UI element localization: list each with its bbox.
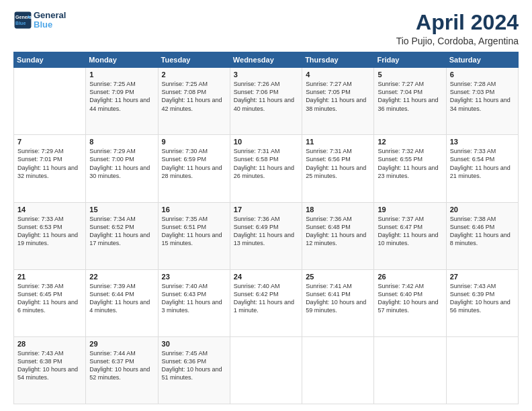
day-number: 13 — [450, 138, 515, 146]
day-number: 3 — [234, 71, 298, 79]
day-info: Sunrise: 7:25 AMSunset: 7:08 PMDaylight:… — [162, 80, 226, 113]
day-cell: 22Sunrise: 7:39 AMSunset: 6:44 PMDayligh… — [86, 269, 158, 336]
day-number: 15 — [89, 205, 154, 214]
day-info: Sunrise: 7:40 AMSunset: 6:42 PMDaylight:… — [234, 282, 298, 315]
day-cell: 11Sunrise: 7:31 AMSunset: 6:56 PMDayligh… — [302, 135, 374, 202]
day-cell: 6Sunrise: 7:28 AMSunset: 7:03 PMDaylight… — [446, 68, 518, 135]
header-cell-tuesday: Tuesday — [158, 52, 230, 68]
day-info: Sunrise: 7:26 AMSunset: 7:06 PMDaylight:… — [234, 80, 298, 113]
day-info: Sunrise: 7:29 AMSunset: 7:01 PMDaylight:… — [17, 147, 82, 180]
week-row-1: 1Sunrise: 7:25 AMSunset: 7:09 PMDaylight… — [14, 68, 519, 135]
header: General Blue General Blue April 2024 Tio… — [13, 11, 519, 46]
day-cell: 13Sunrise: 7:33 AMSunset: 6:54 PMDayligh… — [446, 135, 518, 202]
day-cell: 18Sunrise: 7:36 AMSunset: 6:48 PMDayligh… — [302, 202, 374, 269]
day-cell: 16Sunrise: 7:35 AMSunset: 6:51 PMDayligh… — [158, 202, 230, 269]
month-title: April 2024 — [396, 11, 519, 34]
week-row-4: 21Sunrise: 7:38 AMSunset: 6:45 PMDayligh… — [14, 269, 519, 336]
day-number: 1 — [89, 71, 154, 79]
subtitle: Tio Pujio, Cordoba, Argentina — [396, 36, 519, 46]
day-number: 7 — [17, 138, 82, 146]
day-info: Sunrise: 7:27 AMSunset: 7:05 PMDaylight:… — [306, 80, 370, 113]
logo-text: General Blue — [34, 11, 66, 30]
day-info: Sunrise: 7:37 AMSunset: 6:47 PMDaylight:… — [378, 215, 442, 248]
day-number: 20 — [450, 205, 515, 214]
day-number: 16 — [162, 205, 226, 214]
day-cell: 9Sunrise: 7:30 AMSunset: 6:59 PMDaylight… — [158, 135, 230, 202]
day-number: 25 — [306, 273, 370, 281]
header-cell-thursday: Thursday — [302, 52, 374, 68]
header-cell-wednesday: Wednesday — [230, 52, 302, 68]
day-cell: 27Sunrise: 7:43 AMSunset: 6:39 PMDayligh… — [446, 269, 518, 336]
day-cell — [374, 336, 446, 404]
svg-rect-0 — [15, 12, 32, 29]
day-cell: 10Sunrise: 7:31 AMSunset: 6:58 PMDayligh… — [230, 135, 302, 202]
header-cell-saturday: Saturday — [446, 52, 518, 68]
week-row-2: 7Sunrise: 7:29 AMSunset: 7:01 PMDaylight… — [14, 135, 519, 202]
day-cell: 2Sunrise: 7:25 AMSunset: 7:08 PMDaylight… — [158, 68, 230, 135]
day-info: Sunrise: 7:38 AMSunset: 6:45 PMDaylight:… — [17, 282, 82, 315]
day-number: 10 — [234, 138, 298, 146]
day-info: Sunrise: 7:25 AMSunset: 7:09 PMDaylight:… — [89, 80, 154, 113]
day-info: Sunrise: 7:28 AMSunset: 7:03 PMDaylight:… — [450, 80, 515, 113]
logo: General Blue General Blue — [13, 11, 66, 30]
day-cell: 12Sunrise: 7:32 AMSunset: 6:55 PMDayligh… — [374, 135, 446, 202]
day-info: Sunrise: 7:36 AMSunset: 6:49 PMDaylight:… — [234, 215, 298, 248]
day-cell: 3Sunrise: 7:26 AMSunset: 7:06 PMDaylight… — [230, 68, 302, 135]
day-cell: 17Sunrise: 7:36 AMSunset: 6:49 PMDayligh… — [230, 202, 302, 269]
day-info: Sunrise: 7:35 AMSunset: 6:51 PMDaylight:… — [162, 215, 226, 248]
logo-line2: Blue — [34, 20, 66, 30]
calendar-table: SundayMondayTuesdayWednesdayThursdayFrid… — [13, 52, 519, 404]
day-number: 18 — [306, 205, 370, 214]
day-number: 27 — [450, 273, 515, 281]
day-number: 17 — [234, 205, 298, 214]
day-number: 4 — [306, 71, 370, 79]
day-number: 29 — [89, 340, 154, 348]
day-info: Sunrise: 7:32 AMSunset: 6:55 PMDaylight:… — [378, 147, 442, 180]
day-info: Sunrise: 7:39 AMSunset: 6:44 PMDaylight:… — [89, 282, 154, 315]
day-cell: 15Sunrise: 7:34 AMSunset: 6:52 PMDayligh… — [86, 202, 158, 269]
day-cell: 5Sunrise: 7:27 AMSunset: 7:04 PMDaylight… — [374, 68, 446, 135]
header-cell-monday: Monday — [86, 52, 158, 68]
day-info: Sunrise: 7:43 AMSunset: 6:39 PMDaylight:… — [450, 282, 515, 315]
page: General Blue General Blue April 2024 Tio… — [0, 0, 532, 411]
day-cell: 14Sunrise: 7:33 AMSunset: 6:53 PMDayligh… — [14, 202, 86, 269]
day-info: Sunrise: 7:42 AMSunset: 6:40 PMDaylight:… — [378, 282, 442, 315]
day-cell: 8Sunrise: 7:29 AMSunset: 7:00 PMDaylight… — [86, 135, 158, 202]
day-number: 5 — [378, 71, 442, 79]
week-row-5: 28Sunrise: 7:43 AMSunset: 6:38 PMDayligh… — [14, 336, 519, 404]
day-cell: 25Sunrise: 7:41 AMSunset: 6:41 PMDayligh… — [302, 269, 374, 336]
day-cell: 1Sunrise: 7:25 AMSunset: 7:09 PMDaylight… — [86, 68, 158, 135]
day-info: Sunrise: 7:31 AMSunset: 6:58 PMDaylight:… — [234, 147, 298, 180]
day-number: 6 — [450, 71, 515, 79]
day-info: Sunrise: 7:31 AMSunset: 6:56 PMDaylight:… — [306, 147, 370, 180]
day-info: Sunrise: 7:44 AMSunset: 6:37 PMDaylight:… — [89, 349, 154, 382]
day-cell: 23Sunrise: 7:40 AMSunset: 6:43 PMDayligh… — [158, 269, 230, 336]
day-number: 22 — [89, 273, 154, 281]
header-cell-sunday: Sunday — [14, 52, 86, 68]
day-info: Sunrise: 7:41 AMSunset: 6:41 PMDaylight:… — [306, 282, 370, 315]
day-number: 26 — [378, 273, 442, 281]
day-cell — [446, 336, 518, 404]
day-number: 12 — [378, 138, 442, 146]
title-block: April 2024 Tio Pujio, Cordoba, Argentina — [396, 11, 519, 46]
day-info: Sunrise: 7:27 AMSunset: 7:04 PMDaylight:… — [378, 80, 442, 113]
day-cell: 29Sunrise: 7:44 AMSunset: 6:37 PMDayligh… — [86, 336, 158, 404]
day-number: 9 — [162, 138, 226, 146]
day-cell: 26Sunrise: 7:42 AMSunset: 6:40 PMDayligh… — [374, 269, 446, 336]
day-info: Sunrise: 7:33 AMSunset: 6:54 PMDaylight:… — [450, 147, 515, 180]
day-number: 28 — [17, 340, 82, 348]
day-info: Sunrise: 7:29 AMSunset: 7:00 PMDaylight:… — [89, 147, 154, 180]
day-cell: 30Sunrise: 7:45 AMSunset: 6:36 PMDayligh… — [158, 336, 230, 404]
day-cell: 20Sunrise: 7:38 AMSunset: 6:46 PMDayligh… — [446, 202, 518, 269]
day-number: 19 — [378, 205, 442, 214]
day-cell: 24Sunrise: 7:40 AMSunset: 6:42 PMDayligh… — [230, 269, 302, 336]
day-number: 23 — [162, 273, 226, 281]
logo-icon: General Blue — [13, 11, 32, 30]
day-cell: 28Sunrise: 7:43 AMSunset: 6:38 PMDayligh… — [14, 336, 86, 404]
logo-line1: General — [34, 11, 66, 20]
day-info: Sunrise: 7:30 AMSunset: 6:59 PMDaylight:… — [162, 147, 226, 180]
day-number: 11 — [306, 138, 370, 146]
svg-text:Blue: Blue — [15, 21, 26, 26]
day-cell — [230, 336, 302, 404]
day-info: Sunrise: 7:40 AMSunset: 6:43 PMDaylight:… — [162, 282, 226, 315]
